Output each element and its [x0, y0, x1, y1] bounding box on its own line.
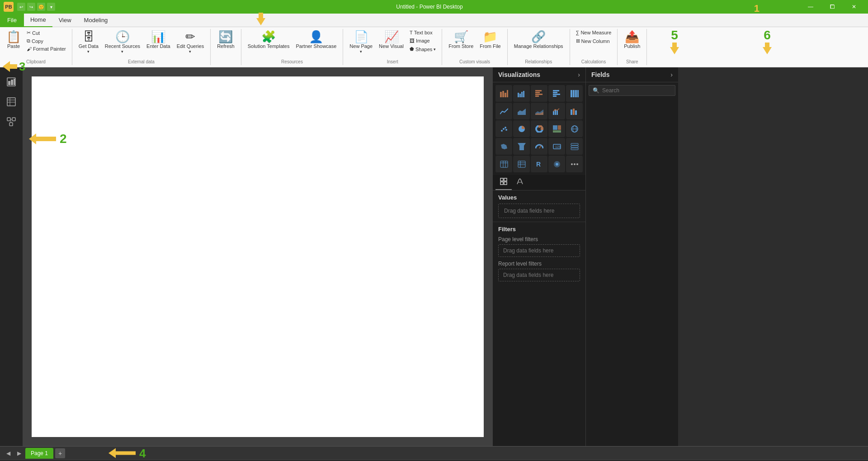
maximize-btn[interactable]: ⧠ — [822, 0, 843, 14]
viz-line-clustered[interactable] — [548, 103, 565, 119]
title-bar-controls[interactable]: ↩ ↪ 🙂 ▾ — [17, 3, 55, 11]
viz-line[interactable] — [495, 103, 512, 119]
viz-header[interactable]: Visualizations › — [493, 67, 585, 82]
get-data-button[interactable]: 🗄 Get Data ▾ — [76, 29, 101, 56]
close-btn[interactable]: ✕ — [844, 0, 864, 14]
from-store-button[interactable]: 🛒 From Store — [446, 29, 476, 51]
viz-donut[interactable] — [531, 120, 547, 137]
canvas-paper[interactable] — [32, 76, 484, 437]
viz-multi-row[interactable] — [566, 138, 583, 155]
svg-rect-56 — [553, 130, 561, 133]
menu-modeling[interactable]: Modeling — [78, 14, 114, 27]
undo-btn[interactable]: ↩ — [17, 3, 25, 11]
app-logo: PB — [4, 2, 14, 12]
viz-format-tab[interactable] — [512, 175, 528, 190]
viz-scatter[interactable] — [495, 120, 512, 137]
paste-button[interactable]: 📋 Paste — [4, 29, 24, 51]
viz-ribbon[interactable] — [566, 103, 583, 119]
viz-r-script[interactable]: R — [531, 156, 547, 172]
fields-search-box[interactable]: 🔍 — [589, 85, 675, 96]
viz-treemap[interactable] — [548, 120, 565, 137]
image-button[interactable]: 🖼 Image — [407, 37, 438, 44]
viz-table[interactable] — [495, 156, 512, 172]
annotation-arrow-5: 5 — [669, 28, 680, 55]
custom-visuals-group-label: Custom visuals — [459, 58, 490, 64]
fields-header[interactable]: Fields › — [586, 67, 678, 82]
viz-matrix[interactable] — [513, 156, 530, 172]
viz-stacked-bar[interactable] — [495, 85, 512, 102]
page-nav-left[interactable]: ◀ — [4, 449, 13, 458]
report-level-drop-zone[interactable]: Drag data fields here — [498, 269, 580, 281]
canvas-area[interactable]: 2 — [23, 67, 493, 446]
page-1-tab[interactable]: Page 1 — [25, 448, 53, 459]
sidebar-relationships-btn[interactable] — [2, 113, 20, 131]
minimize-btn[interactable]: — — [800, 0, 821, 14]
enter-data-button[interactable]: 📊 Enter Data — [144, 29, 173, 51]
viz-stacked-area[interactable] — [531, 103, 547, 119]
edit-queries-label: Edit Queries — [177, 43, 204, 49]
annotation-4-label: 4 — [139, 446, 146, 460]
viz-filled-map[interactable] — [495, 138, 512, 155]
viz-expand-icon: › — [578, 71, 580, 78]
page-level-drop-zone[interactable]: Drag data fields here — [498, 244, 580, 257]
window-controls[interactable]: — ⧠ ✕ — [800, 0, 864, 14]
new-page-button[interactable]: 📄 New Page ▾ — [347, 29, 375, 56]
svg-point-80 — [576, 163, 578, 165]
viz-clustered-bar-h[interactable] — [548, 85, 565, 102]
menu-file[interactable]: File — [0, 14, 24, 27]
add-page-button[interactable]: + — [55, 448, 65, 458]
svg-rect-19 — [502, 91, 504, 97]
svg-point-50 — [505, 129, 507, 131]
svg-rect-84 — [504, 182, 507, 185]
customize-btn[interactable]: ▾ — [47, 3, 55, 11]
viz-stacked-bar-h[interactable] — [531, 85, 547, 102]
new-visual-button[interactable]: 📈 New Visual — [376, 29, 406, 51]
svg-rect-36 — [575, 90, 577, 97]
page-tabs-bar: ◀ ▶ Page 1 + 4 — [0, 446, 868, 460]
fields-search-input[interactable] — [602, 87, 671, 94]
sidebar-report-btn[interactable] — [2, 73, 20, 91]
text-box-icon: T — [410, 30, 413, 35]
publish-button[interactable]: 📤 Publish — [621, 29, 643, 51]
values-drop-zone[interactable]: Drag data fields here — [498, 204, 580, 218]
from-file-button[interactable]: 📁 From File — [477, 29, 503, 51]
redo-btn[interactable]: ↪ — [27, 3, 35, 11]
new-measure-button[interactable]: ∑ New Measure — [574, 29, 614, 36]
menu-view[interactable]: View — [52, 14, 78, 27]
publish-icon: 📤 — [625, 31, 639, 43]
page-nav-right[interactable]: ▶ — [14, 449, 24, 458]
new-column-label: New Column — [581, 38, 610, 44]
solution-templates-button[interactable]: 🧩 Solution Templates — [245, 29, 292, 51]
cut-button[interactable]: ✂ Cut — [24, 29, 68, 37]
emoji-btn[interactable]: 🙂 — [37, 3, 45, 11]
format-painter-button[interactable]: 🖌 Format Painter — [24, 45, 68, 52]
sidebar-data-btn[interactable] — [2, 93, 20, 111]
viz-gauge[interactable] — [531, 138, 547, 155]
viz-pie[interactable] — [513, 120, 530, 137]
page-level-label: Page level filters — [498, 236, 580, 242]
recent-sources-icon: 🕒 — [115, 31, 130, 43]
svg-rect-71 — [518, 161, 525, 167]
text-box-button[interactable]: T Text box — [407, 29, 438, 36]
text-box-label: Text box — [414, 30, 433, 35]
viz-azure-map[interactable] — [548, 156, 565, 172]
viz-area[interactable] — [513, 103, 530, 119]
copy-button[interactable]: ⧉ Copy — [24, 37, 68, 45]
manage-relationships-button[interactable]: 🔗 Manage Relationships — [511, 29, 566, 51]
edit-queries-button[interactable]: ✏ Edit Queries ▾ — [174, 29, 207, 56]
viz-more[interactable] — [566, 156, 583, 172]
viz-fields-tab[interactable] — [495, 175, 512, 190]
refresh-button[interactable]: 🔄 Refresh — [214, 29, 237, 51]
external-data-content: 🗄 Get Data ▾ 🕒 Recent Sources ▾ 📊 Enter … — [76, 29, 207, 58]
viz-100pct-bar[interactable] — [566, 85, 583, 102]
menu-home[interactable]: Home — [24, 14, 52, 27]
viz-funnel[interactable] — [513, 138, 530, 155]
partner-showcase-button[interactable]: 👤 Partner Showcase — [293, 29, 339, 51]
viz-map[interactable] — [566, 120, 583, 137]
viz-clustered-bar[interactable] — [513, 85, 530, 102]
shapes-button[interactable]: ⬟ Shapes ▾ — [407, 45, 438, 53]
share-group-label: Share — [626, 58, 638, 64]
recent-sources-button[interactable]: 🕒 Recent Sources ▾ — [102, 29, 143, 56]
new-column-button[interactable]: ⊞ New Column — [574, 37, 614, 45]
viz-card[interactable]: 123 — [548, 138, 565, 155]
